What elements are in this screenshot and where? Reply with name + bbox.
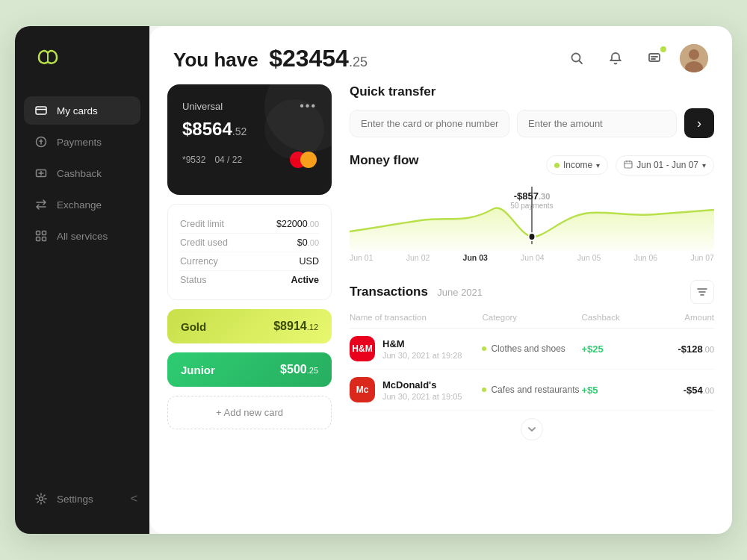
sidebar-item-all-services[interactable]: All services (24, 222, 140, 250)
settings-icon (34, 492, 48, 505)
grid-icon (34, 229, 48, 243)
mc-logo: Mc (350, 377, 375, 402)
universal-card[interactable]: Universal ••• $8564.52 *9532 04 / 22 (167, 84, 332, 195)
sidebar-item-payments[interactable]: Payments (24, 128, 140, 156)
amount-input[interactable] (517, 110, 677, 137)
sidebar-item-settings[interactable]: Settings (24, 485, 120, 513)
sidebar-item-label: Payments (57, 137, 102, 148)
category-dot (482, 346, 486, 351)
transaction-date: Jun 30, 2021 at 19:05 (382, 392, 462, 401)
junior-card[interactable]: Junior $500.25 (167, 352, 332, 387)
currency-row: Currency USD (180, 252, 319, 270)
date-chevron-icon: ▾ (702, 161, 706, 169)
exchange-icon (34, 198, 48, 211)
content-area: Universal ••• $8564.52 *9532 04 / 22 (149, 84, 732, 534)
date-filter[interactable]: Jun 01 - Jun 07 ▾ (616, 155, 714, 175)
settings-label: Settings (57, 494, 93, 505)
search-button[interactable] (563, 45, 590, 72)
credit-limit-row: Credit limit $22000.00 (180, 215, 319, 233)
balance-label: You have (173, 49, 258, 71)
sidebar-bottom: Settings < (15, 485, 149, 513)
card-menu-button[interactable]: ••• (300, 99, 317, 113)
merchant-info: H&M H&M Jun 30, 2021 at 19:28 (350, 336, 482, 361)
category-label: Clothes and shoes (491, 343, 565, 354)
header: You have $23454.25 (149, 26, 732, 84)
junior-card-name: Junior (181, 364, 215, 376)
add-card-label: + Add new card (216, 407, 283, 418)
transfer-inputs: › (350, 108, 714, 138)
show-more-button[interactable] (521, 418, 543, 441)
sidebar-item-cashback[interactable]: Cashback (24, 159, 140, 187)
card-balance-amount: $8564 (182, 119, 232, 139)
card-phone-input[interactable] (350, 110, 509, 137)
chart-label-4: Jun 05 (577, 253, 601, 262)
svg-rect-7 (43, 237, 46, 241)
quick-transfer-section: Quick transfer › (350, 84, 714, 138)
sidebar-item-label: All services (57, 231, 108, 242)
merchant-details: McDonald's Jun 30, 2021 at 19:05 (382, 379, 462, 401)
header-balance: You have $23454.25 (173, 45, 368, 72)
chart-svg (350, 183, 714, 250)
transaction-cashback: +$25 (582, 343, 648, 355)
balance-cents: .25 (349, 55, 368, 69)
gold-card[interactable]: Gold $8914.12 (167, 309, 332, 343)
chart-labels: Jun 01 Jun 02 Jun 03 Jun 04 Jun 05 Jun 0… (350, 250, 714, 262)
card-expiry: 04 / 22 (214, 155, 242, 165)
category-dot (482, 388, 486, 392)
status-row: Status Active (180, 271, 319, 289)
chart-label-3: Jun 04 (521, 253, 545, 262)
credit-limit-label: Credit limit (180, 219, 224, 229)
card-number: *9532 (182, 155, 205, 165)
cashback-icon (34, 167, 48, 180)
user-avatar[interactable] (680, 44, 708, 72)
transactions-section: Transactions June 2021 Name of transacti… (350, 280, 714, 516)
sidebar-item-label: My cards (57, 105, 98, 116)
transfer-submit-button[interactable]: › (684, 108, 714, 138)
category-label: Cafes and restaurants (491, 385, 579, 395)
header-actions (563, 44, 708, 72)
add-card-button[interactable]: + Add new card (167, 396, 332, 429)
chart-label-6: Jun 07 (690, 253, 714, 262)
sidebar-item-exchange[interactable]: Exchange (24, 190, 140, 219)
chart-label-0: Jun 01 (350, 253, 374, 262)
transaction-category: Clothes and shoes (482, 343, 581, 354)
merchant-name: H&M (382, 338, 462, 349)
message-button[interactable] (641, 45, 668, 72)
notification-button[interactable] (602, 45, 629, 72)
mastercard-logo (290, 152, 317, 168)
chart-label-5: Jun 06 (634, 253, 658, 262)
transaction-cashback: +$5 (582, 385, 648, 396)
sidebar-item-label: Exchange (57, 199, 102, 211)
quick-transfer-title: Quick transfer (350, 84, 714, 99)
transactions-filter-button[interactable] (690, 280, 714, 304)
sidebar-item-my-cards[interactable]: My cards (24, 96, 140, 125)
junior-card-amount: $500.25 (280, 363, 318, 376)
income-dot (554, 163, 560, 168)
income-filter[interactable]: Income ▾ (546, 155, 608, 175)
arrow-icon: › (697, 116, 701, 131)
card-footer: *9532 04 / 22 (182, 152, 317, 168)
transactions-period: June 2021 (437, 287, 483, 298)
card-header: Universal ••• (182, 99, 317, 113)
currency-value: USD (300, 256, 319, 267)
money-flow-section: Money flow Income ▾ (350, 153, 714, 265)
right-panel: Quick transfer › Money flow (350, 84, 714, 516)
svg-point-12 (689, 49, 699, 60)
left-panel: Universal ••• $8564.52 *9532 04 / 22 (167, 84, 332, 516)
transaction-date: Jun 30, 2021 at 19:28 (382, 351, 462, 360)
transaction-amount: -$128.00 (648, 343, 714, 355)
svg-rect-0 (36, 107, 46, 114)
main-content: You have $23454.25 (149, 26, 732, 534)
card-info: *9532 04 / 22 (182, 155, 242, 165)
notification-dot (660, 46, 666, 52)
mc-circle-right (300, 152, 317, 168)
chart-label-2: Jun 03 (463, 253, 488, 262)
credit-limit-value: $22000.00 (276, 219, 319, 229)
col-header-category: Category (482, 313, 581, 322)
col-header-name: Name of transaction (350, 313, 482, 322)
card-name: Universal (182, 101, 223, 112)
transactions-title: Transactions (350, 284, 428, 299)
gold-card-name: Gold (181, 320, 206, 333)
sidebar-collapse-button[interactable]: < (128, 489, 140, 508)
sidebar-item-label: Cashback (57, 168, 102, 179)
